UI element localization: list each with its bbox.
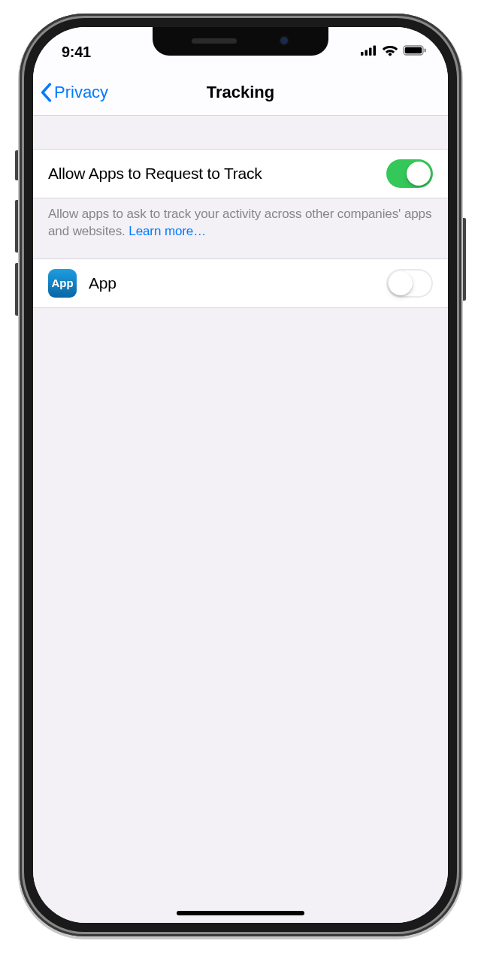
notch: [153, 27, 328, 56]
chevron-left-icon: [39, 83, 53, 102]
power-button: [461, 218, 466, 301]
allow-tracking-row[interactable]: Allow Apps to Request to Track: [33, 149, 448, 198]
nav-bar: Privacy Tracking: [33, 69, 448, 116]
svg-rect-6: [405, 47, 422, 54]
tracking-footer: Allow apps to ask to track your activity…: [33, 198, 448, 240]
app-name-label: App: [89, 274, 116, 292]
svg-rect-0: [361, 52, 364, 56]
svg-rect-3: [374, 46, 377, 56]
status-time: 9:41: [62, 44, 91, 61]
svg-rect-7: [425, 49, 426, 53]
wifi-icon: [382, 44, 398, 59]
app-tracking-toggle[interactable]: [386, 269, 433, 298]
allow-tracking-label: Allow Apps to Request to Track: [48, 165, 262, 183]
screen: 9:41: [33, 27, 448, 923]
app-row-left: AppApp: [48, 269, 116, 298]
svg-rect-1: [365, 50, 368, 56]
apps-group: AppApp: [33, 259, 448, 308]
tracking-footer-text: Allow apps to ask to track your activity…: [48, 207, 431, 238]
tracking-group: Allow Apps to Request to Track Allow app…: [33, 149, 448, 240]
phone-frame: 9:41: [20, 14, 461, 936]
status-icons: [361, 44, 427, 59]
content: Allow Apps to Request to Track Allow app…: [33, 116, 448, 923]
app-icon: App: [48, 269, 77, 298]
svg-point-4: [389, 53, 392, 56]
speaker-grille: [192, 38, 237, 44]
back-label: Privacy: [54, 83, 108, 102]
front-camera: [279, 35, 289, 46]
battery-icon: [403, 45, 427, 59]
allow-tracking-toggle[interactable]: [386, 159, 433, 188]
learn-more-link[interactable]: Learn more…: [129, 224, 206, 238]
toggle-knob: [389, 271, 413, 295]
toggle-knob: [407, 162, 431, 186]
app-row[interactable]: AppApp: [33, 259, 448, 308]
cellular-icon: [361, 45, 377, 59]
back-button[interactable]: Privacy: [39, 83, 108, 102]
svg-rect-2: [369, 48, 372, 56]
home-indicator[interactable]: [177, 911, 304, 915]
